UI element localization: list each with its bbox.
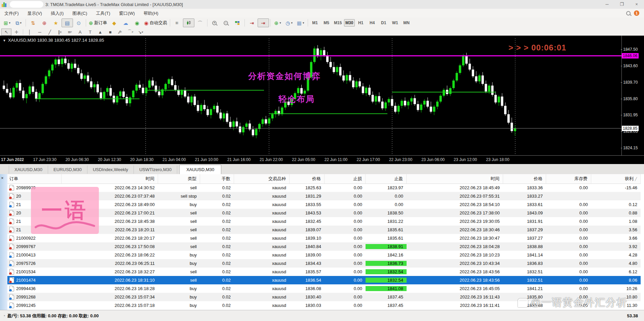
order-row-21001534[interactable]: 210015342022.06.23 18:32:27sell0.02xauus… (7, 268, 641, 276)
timeframe-h1-button[interactable]: H1 (355, 19, 366, 27)
cell-stop-loss: 0.00 (325, 261, 366, 266)
account-summary: 盈/亏: 53.38 信用额: 0.00 存款: 0.00 取款: 0.00 (7, 313, 99, 319)
column-header-order-type[interactable]: 类型 (158, 174, 200, 184)
text-label-tool-button[interactable]: T (85, 29, 95, 36)
column-header-volume[interactable]: 手数 (200, 174, 234, 184)
toolbox-button[interactable]: ▤ (62, 18, 73, 27)
rectangle-tool-button[interactable]: ■ (105, 29, 115, 36)
order-row-21001474[interactable]: 210014742022.06.23 18:31:10sell0.02xauus… (7, 276, 641, 284)
menu-item-tools[interactable]: 工具(T) (91, 9, 115, 17)
column-header-close-price[interactable]: 价格 (503, 174, 546, 184)
zoom-in-button[interactable]: + (209, 18, 220, 27)
order-row-20975726[interactable]: 209757262022.06.23 06:25:11buy0.02xauusd… (7, 259, 641, 268)
menu-item-file[interactable]: 文件(F) (0, 9, 23, 17)
fibo-fan-tool-button[interactable]: ∕∕F (115, 29, 125, 36)
arrow-triangle-tool-button[interactable]: ▲ (95, 29, 105, 36)
signals-button[interactable]: ◉ (131, 18, 143, 27)
column-header-open-time[interactable]: 时间 (62, 174, 158, 184)
chart-tab-3[interactable]: USWTIzero,M30 (134, 165, 177, 174)
order-row-20999767[interactable]: 209997672022.06.23 17:50:08sell0.02xauus… (7, 242, 641, 251)
column-header-profit[interactable]: 获利╱ (591, 174, 641, 184)
periods-button[interactable]: ◷▾ (283, 18, 295, 27)
equidistant-channel-tool-button[interactable]: ∥E (55, 29, 65, 36)
strategy-tester-button[interactable]: ⊙ (73, 18, 84, 27)
profiles-button[interactable]: ⧉▾ (13, 18, 24, 27)
timeframe-m5-button[interactable]: M5 (321, 19, 332, 27)
order-row-21[interactable]: 212022.06.23 18:20:11sell0.02xauusd1839.… (7, 226, 641, 234)
order-row-20989939[interactable]: 209899392022.06.23 14:30:52sell0.02xauus… (7, 184, 641, 192)
bar-chart-button[interactable]: ≡ (172, 18, 183, 27)
maximize-button[interactable]: ❐ (614, 0, 629, 9)
timeframe-m1-button[interactable]: M1 (310, 19, 320, 27)
candle-chart-button[interactable] (183, 18, 194, 27)
column-header-take-profit[interactable]: 止盈 (366, 174, 407, 184)
cell-swap: 0.00 (546, 219, 591, 224)
fibo-arc-tool-button[interactable]: ⌒F (125, 29, 136, 36)
cell-close-time: 2022.06.23 18:54:10 (407, 202, 503, 207)
vertical-line-tool-button[interactable]: │ (25, 29, 35, 36)
order-row-20[interactable]: 202022.06.23 17:00:21sell0.02xauusd1843.… (7, 209, 641, 217)
zoom-out-button[interactable]: − (220, 18, 232, 27)
order-row-21[interactable]: 212022.06.23 18:45:38sell0.02xauusd1832.… (7, 217, 641, 226)
indicators-button[interactable]: ⊕▾ (272, 18, 283, 27)
data-window-button[interactable]: ⊕ (39, 18, 50, 27)
timeframe-h4-button[interactable]: H4 (367, 19, 378, 27)
cell-volume: 0.02 (200, 194, 234, 199)
time-axis[interactable]: 17 Jun 202217 Jun 23:3020 Jun 06:3020 Ju… (0, 155, 644, 164)
cell-close-price: 1837.29 (503, 227, 546, 232)
horizontal-line-tool-button[interactable]: ─ (35, 29, 45, 36)
auto-scroll-button[interactable]: ⇥ (246, 18, 258, 27)
column-header-open-price[interactable]: 价格 (290, 174, 325, 184)
chart-tab-0[interactable]: XAUUSD,M30 (9, 165, 48, 174)
menu-item-help[interactable]: 帮助(H) (139, 9, 163, 17)
menu-item-charts[interactable]: 图表(C) (68, 9, 91, 17)
minimize-button[interactable]: ─ (600, 0, 614, 9)
text-tool-button[interactable]: A (75, 29, 85, 36)
close-button[interactable]: × (629, 0, 644, 9)
order-row-20[interactable]: 202022.06.23 07:37:48sell stop0.02xauusd… (7, 192, 641, 200)
column-header-close-time[interactable]: 时间 (407, 174, 503, 184)
metaeditor-button[interactable]: ◆ (109, 18, 120, 27)
panel-close-icon[interactable]: × (1, 175, 4, 180)
tile-windows-button[interactable] (232, 18, 243, 27)
chevron-down-icon[interactable]: ▼ (3, 39, 6, 42)
column-header-order-id[interactable]: 订单 (7, 174, 62, 184)
order-doc-icon (9, 227, 14, 233)
line-chart-button[interactable]: ⌒ (194, 18, 206, 27)
menu-item-insert[interactable]: 插入(I) (46, 9, 68, 17)
timeframe-mn-button[interactable]: MN (401, 19, 412, 27)
order-row-21[interactable]: 212022.06.23 18:49:00buy0.02xauusd1833.5… (7, 200, 641, 209)
order-row-20994436[interactable]: 209944362022.06.23 16:18:28buy0.02xauusd… (7, 284, 641, 293)
chart-shift-button[interactable]: ⇤ (258, 18, 269, 27)
menu-item-window[interactable]: 窗口(W) (115, 9, 139, 17)
timeframe-d1-button[interactable]: D1 (378, 19, 389, 27)
menu-item-view[interactable]: 显示(V) (23, 9, 46, 17)
chart-tab-2[interactable]: USDIndex,Weekly (87, 165, 134, 174)
chart-tab-4[interactable]: XAUUSD,M30 (179, 165, 221, 174)
column-header-swap[interactable]: 库存费 (546, 174, 591, 184)
order-row-21000413[interactable]: 210004132022.06.23 18:06:22buy0.02xauusd… (7, 251, 641, 259)
arrows-more-tool-button[interactable]: ↘ ▾ (136, 29, 146, 36)
market-watch-button[interactable]: ⇅ (27, 18, 39, 27)
trendline-tool-button[interactable]: ╱ (45, 29, 55, 36)
order-row-21000922[interactable]: 210009222022.06.23 18:20:17sell0.02xauus… (7, 234, 641, 242)
timeframe-m30-button[interactable]: M30 (344, 19, 355, 27)
crosshair-tool-button[interactable]: ✛ (11, 29, 22, 36)
column-header-stop-loss[interactable]: 止损 (325, 174, 366, 184)
new-order-button[interactable]: ⊕新订单 (87, 18, 109, 27)
chart-window[interactable]: ▼XAUUSD,M30 1830.38 1830.45 1827.14 1828… (0, 36, 644, 164)
column-header-symbol[interactable]: 交易品种 (234, 174, 290, 184)
autotrading-button[interactable]: ◉自动交易 (143, 18, 168, 27)
navigator-button[interactable]: ★ (50, 18, 62, 27)
cursor-tool-button[interactable]: ↖ (1, 29, 11, 36)
timeframe-w1-button[interactable]: W1 (390, 19, 401, 27)
community-button[interactable]: ☁ (120, 18, 131, 27)
search-icon[interactable] (626, 11, 631, 15)
fibonacci-retracement-tool-button[interactable]: ≡F (65, 29, 75, 36)
templates-button[interactable]: ▦▾ (295, 18, 306, 27)
notification-badge[interactable]: 1 (634, 10, 639, 16)
cell-open-price: 1840.84 (290, 244, 325, 249)
chart-tab-1[interactable]: EURUSD,M30 (48, 165, 87, 174)
new-chart-button[interactable]: ⊞▾ (1, 18, 13, 27)
timeframe-m15-button[interactable]: M15 (333, 19, 343, 27)
